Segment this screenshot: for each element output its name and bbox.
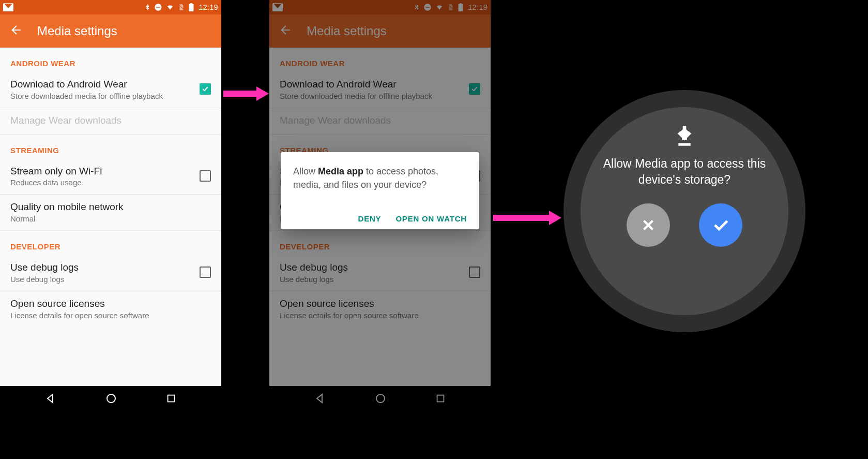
watch-dialog-message: Allow Media app to access this device's … (581, 156, 788, 188)
nav-recents-button[interactable] (165, 393, 177, 406)
section-header-developer: DEVELOPER (0, 231, 221, 255)
section-header-streaming: STREAMING (0, 135, 221, 159)
setting-title: Stream only on Wi-Fi (10, 165, 193, 177)
setting-open-source-licenses[interactable]: Open source licenses License details for… (0, 291, 221, 327)
setting-stream-wifi[interactable]: Stream only on Wi-Fi Reduces data usage (0, 159, 221, 195)
status-time: 12:19 (199, 3, 218, 11)
watch-deny-button[interactable] (627, 203, 670, 247)
svg-point-4 (107, 394, 115, 403)
settings-list: ANDROID WEAR Download to Android Wear St… (0, 48, 221, 386)
checkbox-download-wear[interactable] (200, 83, 211, 95)
setting-download-to-wear[interactable]: Download to Android Wear Store downloade… (0, 72, 221, 108)
svg-rect-5 (167, 395, 174, 402)
setting-title: Download to Android Wear (10, 78, 193, 91)
wear-watch-screenshot: Allow Media app to access this device's … (564, 90, 805, 332)
svg-rect-1 (156, 7, 160, 7)
setting-subtitle: Normal (10, 214, 211, 223)
setting-title: Open source licenses (10, 298, 211, 310)
gmail-notification-icon (3, 3, 13, 11)
status-bar: 12:19 (0, 0, 221, 14)
setting-subtitle: License details for open source software (10, 311, 211, 320)
app-bar: Media settings (0, 14, 221, 48)
dialog-deny-button[interactable]: DENY (358, 214, 382, 223)
svg-rect-2 (191, 3, 193, 4)
nav-back-button[interactable] (44, 392, 57, 407)
section-header-wear: ANDROID WEAR (0, 48, 221, 72)
back-button[interactable] (9, 23, 23, 39)
checkbox-stream-wifi[interactable] (200, 170, 211, 182)
phone-screenshot-dialog: 12:19 Media settings ANDROID WEAR Downlo… (269, 0, 491, 413)
dialog-message: Allow Media app to access photos, media,… (293, 165, 467, 191)
checkbox-debug-logs[interactable] (200, 266, 211, 278)
battery-icon (188, 3, 194, 11)
wifi-icon (165, 4, 175, 11)
setting-manage-wear-downloads[interactable]: Manage Wear downloads (0, 108, 221, 135)
svg-rect-3 (189, 4, 194, 11)
dialog-open-on-watch-button[interactable]: OPEN ON WATCH (395, 214, 467, 223)
setting-title: Manage Wear downloads (10, 114, 211, 127)
watch-face: Allow Media app to access this device's … (581, 107, 788, 315)
setting-quality-mobile[interactable]: Quality on mobile network Normal (0, 195, 221, 231)
setting-title: Quality on mobile network (10, 201, 211, 213)
setting-subtitle: Store downloaded media for offline playb… (10, 92, 193, 100)
setting-subtitle: Use debug logs (10, 275, 193, 284)
bluetooth-icon (144, 3, 151, 11)
no-sim-icon (178, 3, 185, 11)
watch-allow-button[interactable] (699, 203, 742, 247)
phone-screenshot-settings: 12:19 Media settings ANDROID WEAR Downlo… (0, 0, 221, 413)
navigation-bar (0, 386, 221, 413)
permission-dialog: Allow Media app to access photos, media,… (281, 152, 479, 229)
setting-title: Use debug logs (10, 261, 193, 274)
nav-home-button[interactable] (105, 392, 117, 407)
download-icon (674, 126, 695, 151)
setting-debug-logs[interactable]: Use debug logs Use debug logs (0, 255, 221, 291)
setting-subtitle: Reduces data usage (10, 178, 193, 187)
do-not-disturb-icon (154, 3, 162, 11)
page-title: Media settings (37, 24, 117, 38)
svg-rect-12 (678, 143, 690, 146)
